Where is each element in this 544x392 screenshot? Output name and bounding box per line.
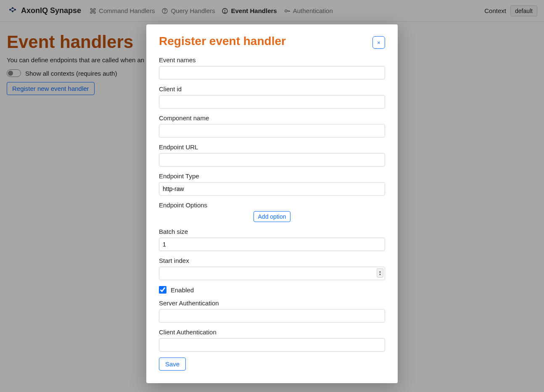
- event-names-input[interactable]: [159, 66, 385, 79]
- endpoint-options-label: Endpoint Options: [159, 201, 385, 209]
- client-auth-input[interactable]: [159, 338, 385, 352]
- server-auth-input[interactable]: [159, 309, 385, 323]
- start-index-input[interactable]: [159, 267, 385, 280]
- register-event-handler-modal: Register event handler × Event names Cli…: [146, 24, 398, 383]
- modal-close-button[interactable]: ×: [372, 36, 385, 49]
- save-button[interactable]: Save: [159, 358, 186, 371]
- enabled-checkbox[interactable]: [159, 286, 166, 294]
- batch-size-input[interactable]: [159, 238, 385, 251]
- endpoint-url-label: Endpoint URL: [159, 143, 385, 151]
- client-auth-label: Client Authentication: [159, 328, 385, 336]
- enabled-label: Enabled: [171, 286, 194, 294]
- client-id-label: Client id: [159, 85, 385, 93]
- endpoint-type-input[interactable]: [159, 182, 385, 196]
- component-name-input[interactable]: [159, 124, 385, 138]
- server-auth-label: Server Authentication: [159, 299, 385, 307]
- event-names-label: Event names: [159, 56, 385, 64]
- client-id-input[interactable]: [159, 95, 385, 109]
- component-name-label: Component name: [159, 114, 385, 122]
- endpoint-url-input[interactable]: [159, 153, 385, 167]
- modal-overlay: Register event handler × Event names Cli…: [0, 0, 544, 392]
- start-index-label: Start index: [159, 257, 385, 264]
- modal-title: Register event handler: [159, 34, 286, 48]
- endpoint-type-label: Endpoint Type: [159, 172, 385, 180]
- add-option-button[interactable]: Add option: [254, 211, 291, 222]
- batch-size-label: Batch size: [159, 228, 385, 235]
